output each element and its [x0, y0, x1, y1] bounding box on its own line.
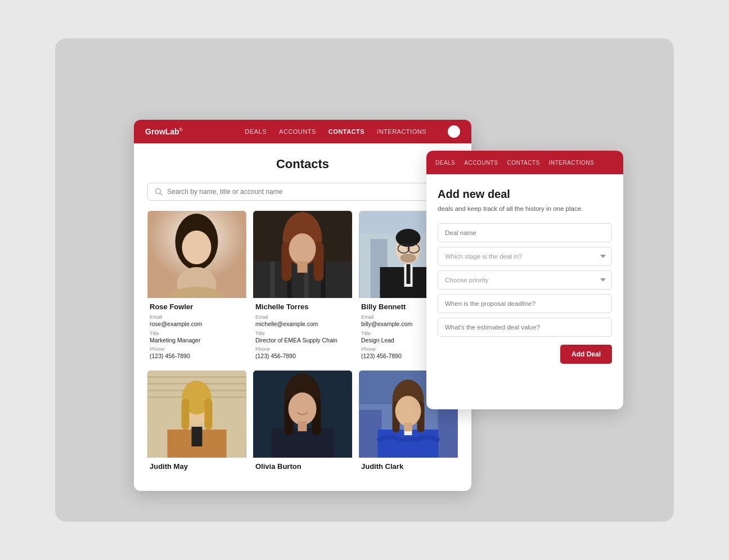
contacts-content: Contacts — [134, 143, 471, 491]
svg-line-1 — [160, 193, 163, 196]
email-value-michelle: michelle@example.com — [255, 320, 350, 328]
svg-point-51 — [289, 392, 317, 425]
app-logo: GrowLab© — [145, 127, 183, 136]
page-title: Contacts — [147, 157, 458, 171]
title-value-rose: Marketing Manager — [150, 337, 244, 345]
svg-rect-64 — [404, 423, 412, 431]
search-icon — [155, 188, 163, 196]
nav-accounts[interactable]: ACCOUNTS — [279, 128, 316, 135]
deal-nav-interactions[interactable]: INTERACTIONS — [549, 160, 594, 166]
deal-nav-contacts[interactable]: CONTACTS — [507, 160, 539, 166]
nav-contacts[interactable]: CONTACTS — [328, 128, 364, 135]
svg-point-4 — [182, 231, 212, 264]
phone-label-michelle: Phone — [255, 346, 350, 352]
deal-form: Which stage is the deal in? Prospecting … — [438, 223, 612, 364]
deal-name-input[interactable] — [438, 223, 612, 242]
svg-rect-9 — [271, 261, 275, 298]
contact-name-judith-clark: Judith Clark — [361, 462, 456, 471]
email-value-rose: rose@example.com — [150, 320, 244, 328]
contacts-grid: Rose Fowler Email rose@example.com Title… — [147, 211, 458, 477]
deal-deadline-input[interactable] — [438, 294, 612, 313]
title-value-michelle: Director of EMEA Supply Chain — [255, 337, 350, 345]
contacts-navbar: GrowLab© DEALS ACCOUNTS CONTACTS INTERAC… — [134, 120, 471, 143]
contact-info-judith-clark: Judith Clark — [359, 458, 458, 477]
deal-nav-accounts[interactable]: ACCOUNTS — [464, 160, 498, 166]
contact-info-michelle: Michelle Torres Email michelle@example.c… — [253, 298, 352, 364]
svg-point-63 — [395, 396, 421, 426]
phone-label-rose: Phone — [150, 346, 244, 352]
search-bar — [147, 183, 458, 201]
deal-content: Add new deal deals and keep track of all… — [426, 174, 623, 375]
contact-name-judith-may: Judith May — [150, 462, 244, 471]
deal-subtitle: deals and keep track of all the history … — [438, 205, 612, 212]
nav-interactions[interactable]: INTERACTIONS — [377, 128, 426, 135]
deal-window: DEALS ACCOUNTS CONTACTS INTERACTIONS Add… — [426, 151, 623, 409]
contact-photo-judith-may — [147, 371, 246, 458]
svg-point-31 — [400, 254, 416, 263]
add-deal-button[interactable]: Add Deal — [560, 345, 612, 364]
contact-info-judith-may: Judith May — [147, 458, 246, 477]
nav-deals[interactable]: DEALS — [245, 128, 267, 135]
email-label-rose: Email — [150, 314, 244, 320]
contacts-window: GrowLab© DEALS ACCOUNTS CONTACTS INTERAC… — [134, 120, 471, 491]
contact-card-michelle[interactable]: Michelle Torres Email michelle@example.c… — [253, 211, 352, 364]
deal-title: Add new deal — [438, 188, 612, 201]
contacts-nav-links: DEALS ACCOUNTS CONTACTS INTERACTIONS — [245, 125, 460, 138]
svg-point-27 — [396, 229, 421, 247]
svg-rect-43 — [182, 399, 190, 430]
svg-rect-34 — [148, 376, 246, 378]
contact-photo-rose — [147, 211, 246, 298]
contact-card-rose[interactable]: Rose Fowler Email rose@example.com Title… — [147, 211, 246, 364]
contact-name-olivia: Olivia Burton — [255, 462, 350, 471]
contact-card-olivia[interactable]: Olivia Burton — [253, 371, 352, 477]
search-input[interactable] — [167, 188, 451, 196]
phone-value-michelle: (123) 456-7890 — [255, 353, 350, 360]
deal-navbar: DEALS ACCOUNTS CONTACTS INTERACTIONS — [426, 151, 623, 174]
svg-point-16 — [289, 233, 316, 265]
svg-rect-47 — [272, 428, 334, 458]
title-label-rose: Title — [150, 331, 244, 336]
contact-info-olivia: Olivia Burton — [253, 458, 352, 477]
svg-rect-52 — [298, 421, 307, 431]
deal-priority-select[interactable]: Choose priority Low Medium High — [438, 270, 612, 290]
svg-rect-56 — [438, 407, 458, 458]
deal-nav-deals[interactable]: DEALS — [435, 160, 455, 166]
user-avatar[interactable] — [448, 125, 460, 138]
svg-rect-17 — [298, 261, 308, 273]
phone-value-rose: (123) 456-7890 — [150, 353, 244, 360]
contact-info-rose: Rose Fowler Email rose@example.com Title… — [147, 298, 246, 364]
title-label-michelle: Title — [255, 331, 350, 336]
deal-stage-select[interactable]: Which stage is the deal in? Prospecting … — [438, 247, 612, 266]
contact-name-michelle: Michelle Torres — [255, 302, 350, 311]
contact-photo-michelle — [253, 211, 352, 298]
svg-rect-44 — [205, 399, 213, 430]
contact-card-judith-may[interactable]: Judith May — [147, 371, 246, 477]
contact-name-rose: Rose Fowler — [150, 302, 244, 311]
contact-photo-olivia — [253, 371, 352, 458]
screen-wrapper: GrowLab© DEALS ACCOUNTS CONTACTS INTERAC… — [55, 38, 674, 522]
deal-value-input[interactable] — [438, 318, 612, 337]
svg-rect-25 — [407, 264, 411, 284]
svg-rect-40 — [192, 427, 202, 446]
email-label-michelle: Email — [255, 314, 350, 320]
